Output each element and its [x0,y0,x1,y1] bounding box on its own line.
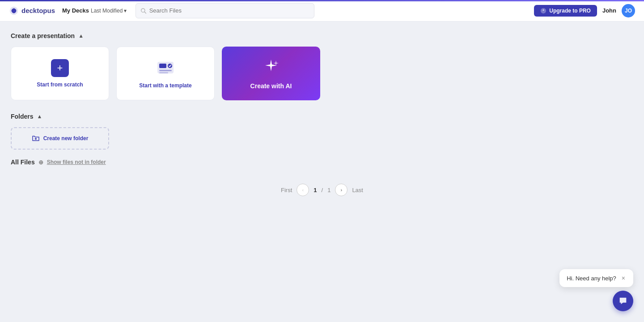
main-content: Create a presentation ▲ + Start from scr… [0,21,644,207]
search-input[interactable] [149,7,310,14]
upgrade-button[interactable]: Upgrade to PRO [534,5,597,17]
create-cards-container: + Start from scratch Start with a templa… [11,47,633,100]
chat-bubble-text: Hi. Need any help? [567,275,616,282]
folders-section: Folders ▲ Create new folder [11,113,633,150]
upgrade-label: Upgrade to PRO [549,8,591,14]
all-files-section: All Files ⊕ Show files not in folder [11,159,633,166]
upgrade-icon [540,8,547,14]
sort-chevron-icon: ▾ [124,8,127,14]
chat-close-button[interactable]: × [621,274,626,283]
show-files-not-in-folder-link[interactable]: Show files not in folder [47,159,106,165]
create-with-ai-label: Create with AI [250,82,292,90]
chat-bubble: Hi. Need any help? × [559,269,633,287]
folders-collapse-icon[interactable]: ▲ [37,113,42,120]
pagination-total-pages: 1 [327,187,330,193]
search-icon [140,8,146,14]
start-from-scratch-label: Start from scratch [37,82,83,88]
create-folder-label: Create new folder [43,135,89,142]
svg-rect-7 [159,72,168,73]
start-from-scratch-card[interactable]: + Start from scratch [11,47,109,100]
svg-rect-5 [159,64,166,68]
chat-widget: Hi. Need any help? × [559,269,633,311]
pagination: First ‹ 1 / 1 › Last [11,184,633,196]
pagination-prev-button[interactable]: ‹ [297,184,309,196]
plus-icon: + [51,59,69,77]
folders-section-header: Folders ▲ [11,113,633,120]
svg-point-8 [168,64,172,68]
start-with-template-label: Start with a template [139,82,191,89]
svg-line-2 [145,12,146,13]
header: decktopus My Decks Last Modified ▾ Upgra… [0,0,644,21]
pagination-next-button[interactable]: › [335,184,347,196]
create-with-ai-card[interactable]: Create with AI [222,47,320,100]
create-new-folder-button[interactable]: Create new folder [11,127,109,150]
top-border [0,0,644,1]
chat-icon [618,296,628,306]
ai-sparkle-icon [263,58,280,78]
create-section-title: Create a presentation [11,32,75,39]
logo-area: decktopus [9,6,55,16]
folder-icon [32,135,40,142]
sort-button[interactable]: Last Modified ▾ [91,8,127,14]
chat-open-button[interactable] [613,291,633,311]
my-decks-button[interactable]: My Decks [62,7,89,14]
folders-title: Folders [11,113,34,120]
template-icon [156,58,175,78]
logo-text: decktopus [21,7,55,14]
search-bar [136,3,314,18]
all-files-title: All Files [11,159,35,166]
user-name: John [602,7,616,14]
pagination-separator: / [322,187,323,193]
decktopus-logo-icon [9,6,19,16]
all-files-header: All Files ⊕ Show files not in folder [11,159,633,166]
sort-label: Last Modified [91,8,123,14]
pagination-last-label: Last [352,187,363,193]
filter-icon: ⊕ [38,159,43,166]
pagination-first-label: First [281,187,292,193]
start-with-template-card[interactable]: Start with a template [116,47,215,100]
svg-point-3 [541,8,546,13]
header-right: Upgrade to PRO John JO [534,4,635,17]
create-section-collapse-icon[interactable]: ▲ [78,33,84,39]
avatar: JO [622,4,635,17]
pagination-current-page: 1 [314,187,317,193]
svg-rect-6 [159,70,172,71]
create-section-header: Create a presentation ▲ [11,32,633,39]
